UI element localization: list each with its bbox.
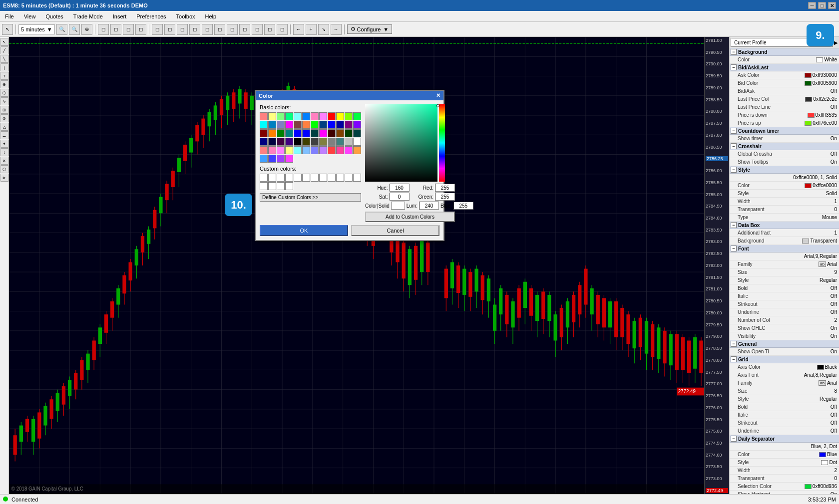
tool-pointer[interactable]: ↖: [0, 38, 8, 46]
expand-crosshair[interactable]: −: [731, 143, 737, 149]
basic-color-54[interactable]: [311, 146, 319, 154]
basic-color-28[interactable]: [294, 129, 302, 137]
custom-cell-1[interactable]: [260, 174, 268, 182]
basic-color-43[interactable]: [319, 138, 327, 146]
tool-3[interactable]: |: [0, 63, 8, 71]
basic-color-27[interactable]: [285, 129, 293, 137]
custom-cell-3[interactable]: [277, 174, 285, 182]
basic-color-34[interactable]: [345, 129, 353, 137]
basic-color-14[interactable]: [277, 121, 285, 129]
basic-color-44[interactable]: [328, 138, 336, 146]
basic-color-47[interactable]: [353, 138, 361, 146]
tool-7[interactable]: ∿: [0, 97, 8, 105]
sat-input[interactable]: [390, 193, 410, 201]
define-custom-button[interactable]: Define Custom Colors >>: [260, 193, 361, 202]
basic-color-63[interactable]: [285, 155, 293, 163]
basic-color-15[interactable]: [285, 121, 293, 129]
custom-cell-2[interactable]: [268, 174, 276, 182]
toolbar-b11[interactable]: ◻: [227, 24, 238, 35]
basic-color-11[interactable]: [353, 112, 361, 120]
menu-quotes[interactable]: Quotes: [42, 12, 66, 20]
tool-1[interactable]: ╱: [0, 46, 8, 54]
custom-cell-7[interactable]: [311, 174, 319, 182]
toolbar-b1[interactable]: ◻: [98, 24, 109, 35]
basic-color-18[interactable]: [311, 121, 319, 129]
toolbar-b3[interactable]: ◻: [123, 24, 134, 35]
toolbar-b4[interactable]: ◻: [135, 24, 146, 35]
menu-insert[interactable]: Insert: [110, 12, 130, 20]
toolbar-magnifier[interactable]: ⊕: [81, 24, 92, 35]
basic-color-0[interactable]: [260, 112, 268, 120]
custom-cell-10[interactable]: [336, 174, 344, 182]
basic-color-48[interactable]: [260, 146, 268, 154]
basic-color-13[interactable]: [268, 121, 276, 129]
menu-trademode[interactable]: Trade Mode: [70, 12, 106, 20]
basic-color-32[interactable]: [328, 129, 336, 137]
basic-color-2[interactable]: [277, 112, 285, 120]
basic-color-4[interactable]: [294, 112, 302, 120]
basic-color-52[interactable]: [294, 146, 302, 154]
toolbar-b7[interactable]: ◻: [177, 24, 188, 35]
toolbar-b12[interactable]: ◻: [239, 24, 250, 35]
basic-color-19[interactable]: [319, 121, 327, 129]
basic-color-25[interactable]: [268, 129, 276, 137]
configure-button[interactable]: ⚙ Configure ▼: [347, 24, 393, 34]
expand-style[interactable]: −: [731, 167, 737, 173]
basic-color-16[interactable]: [294, 121, 302, 129]
tool-2[interactable]: ╲: [0, 55, 8, 63]
menu-view[interactable]: View: [21, 12, 39, 20]
custom-cell-15[interactable]: [277, 182, 285, 190]
basic-color-1[interactable]: [268, 112, 276, 120]
tool-10[interactable]: △: [0, 123, 8, 131]
basic-color-51[interactable]: [285, 146, 293, 154]
ok-button[interactable]: OK: [260, 225, 348, 236]
basic-color-31[interactable]: [319, 129, 327, 137]
green-input[interactable]: [435, 193, 455, 201]
toolbar-arrow-right[interactable]: →: [331, 24, 342, 35]
basic-color-29[interactable]: [302, 129, 310, 137]
basic-color-22[interactable]: [345, 121, 353, 129]
basic-color-20[interactable]: [328, 121, 336, 129]
tool-8[interactable]: ⊞: [0, 106, 8, 114]
custom-cell-14[interactable]: [268, 182, 276, 190]
basic-color-37[interactable]: [268, 138, 276, 146]
basic-color-36[interactable]: [260, 138, 268, 146]
hue-input[interactable]: [390, 184, 410, 192]
basic-color-8[interactable]: [328, 112, 336, 120]
toolbar-b13[interactable]: ◻: [252, 24, 263, 35]
minimize-button[interactable]: ─: [808, 2, 816, 9]
basic-color-58[interactable]: [345, 146, 353, 154]
basic-color-49[interactable]: [268, 146, 276, 154]
basic-color-24[interactable]: [260, 129, 268, 137]
tool-6[interactable]: ⬡: [0, 89, 8, 97]
basic-color-30[interactable]: [311, 129, 319, 137]
toolbar-arrow-right-down[interactable]: ↘: [318, 24, 329, 35]
custom-cell-4[interactable]: [285, 174, 293, 182]
basic-color-5[interactable]: [302, 112, 310, 120]
toolbar-pointer[interactable]: ↖: [2, 24, 13, 35]
toolbar-b8[interactable]: ◻: [189, 24, 200, 35]
menu-preferences[interactable]: Preferences: [133, 12, 169, 20]
color-dialog-close[interactable]: ✕: [436, 92, 440, 99]
expand-bidask[interactable]: −: [731, 64, 737, 70]
basic-color-45[interactable]: [336, 138, 344, 146]
basic-color-42[interactable]: [311, 138, 319, 146]
tool-12[interactable]: ✦: [0, 140, 8, 148]
basic-color-61[interactable]: [268, 155, 276, 163]
basic-color-46[interactable]: [345, 138, 353, 146]
custom-cell-6[interactable]: [302, 174, 310, 182]
basic-color-21[interactable]: [336, 121, 344, 129]
expand-countdown[interactable]: −: [731, 128, 737, 134]
cancel-button[interactable]: Cancel: [351, 225, 439, 236]
close-button[interactable]: ✕: [828, 2, 836, 9]
basic-color-50[interactable]: [277, 146, 285, 154]
basic-color-6[interactable]: [311, 112, 319, 120]
basic-color-60[interactable]: [260, 155, 268, 163]
toolbar-crosshair[interactable]: +: [306, 24, 317, 35]
basic-color-33[interactable]: [336, 129, 344, 137]
toolbar-arrow-left[interactable]: ←: [293, 24, 304, 35]
timeframe-dropdown[interactable]: 5 minutes ▼: [18, 24, 55, 34]
toolbar-b15[interactable]: ◻: [277, 24, 288, 35]
toolbar-zoom-out[interactable]: 🔍: [56, 24, 67, 35]
menu-toolbox[interactable]: Toolbox: [173, 12, 198, 20]
